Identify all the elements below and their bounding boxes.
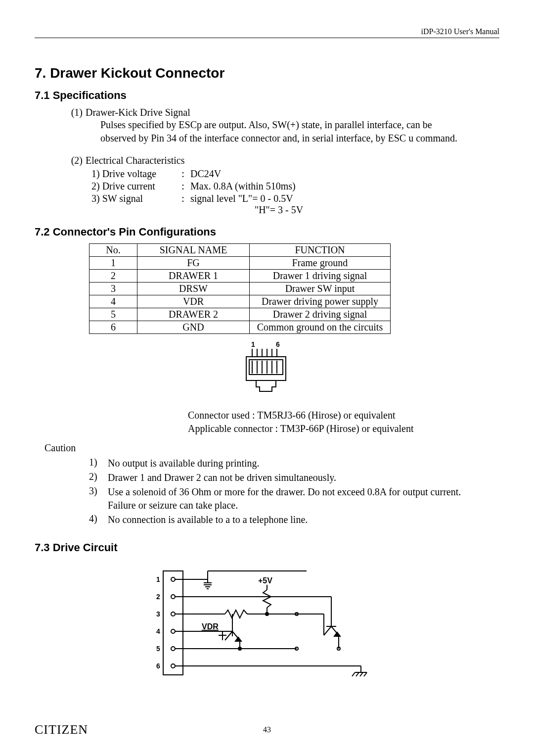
pin-configuration-table: No. SIGNAL NAME FUNCTION 1FGFrame ground… (89, 243, 391, 334)
pin-num: 6 (156, 662, 160, 670)
caution-block: Caution 1) No output is available during… (35, 442, 499, 526)
caution-item: 3) Use a solenoid of 36 Ohm or more for … (89, 485, 499, 512)
subsection-7-3-title: 7.3 Drive Circuit (35, 541, 499, 554)
pin-num: 1 (156, 575, 160, 583)
caution-list: 1) No output is available during printin… (89, 457, 499, 526)
page-footer: CITIZEN 43 (35, 722, 499, 737)
manual-title: iDP-3210 User's Manual (35, 27, 499, 36)
spec-item-1: (1) Drawer-Kick Drive Signal Pulses spec… (62, 107, 499, 145)
page-number: 43 (35, 725, 499, 734)
drive-circuit-icon: 1 2 3 4 5 6 (148, 561, 386, 690)
connector-notes: Connector used : TM5RJ3-66 (Hirose) or e… (188, 409, 499, 435)
svg-rect-14 (163, 571, 183, 675)
table-row: 4VDRDrawer driving power supply (89, 295, 391, 308)
char-value-extra: "H"= 3 - 5V (190, 204, 499, 216)
caution-label: Caution (44, 442, 499, 454)
spec1-num: (1) (62, 107, 86, 145)
svg-point-19 (171, 647, 175, 651)
svg-point-33 (266, 613, 268, 615)
th-no: No. (89, 244, 137, 257)
electrical-characteristics-list: 1) Drive voltage : DC24V 2) Drive curren… (91, 168, 499, 216)
subsection-7-2-title: 7.2 Connector's Pin Configurations (35, 226, 499, 238)
subsection-7-1-title: 7.1 Specifications (35, 89, 499, 102)
pin-num: 3 (156, 610, 160, 618)
caution-item: 2) Drawer 1 and Drawer 2 can not be driv… (89, 471, 499, 484)
svg-point-20 (171, 664, 175, 668)
spec2-num: (2) (62, 155, 86, 166)
spec2-label: Electrical Characteristics (86, 155, 499, 166)
table-row: 1FGFrame ground (89, 257, 391, 270)
char-value: DC24V (190, 168, 499, 180)
svg-rect-7 (249, 360, 283, 375)
table-row: 5DRAWER 2Drawer 2 driving signal (89, 308, 391, 321)
section-title: 7. Drawer Kickout Connector (35, 65, 499, 81)
char-label: 1) Drive voltage (91, 168, 176, 180)
svg-line-58 (352, 672, 355, 676)
connector-used: Connector used : TM5RJ3-66 (Hirose) or e… (188, 409, 499, 422)
pin-num: 5 (156, 645, 160, 653)
svg-line-61 (364, 672, 367, 676)
svg-point-16 (171, 595, 175, 599)
char-row: 3) SW signal : signal level "L"= 0 - 0.5… (91, 193, 499, 216)
table-row: 3DRSWDrawer SW input (89, 283, 391, 295)
drive-circuit-diagram: 1 2 3 4 5 6 (35, 561, 499, 692)
svg-marker-49 (235, 637, 241, 641)
th-signal: SIGNAL NAME (137, 244, 250, 257)
char-value: signal level "L"= 0 - 0.5V (190, 193, 499, 204)
char-label: 3) SW signal (91, 193, 176, 216)
caution-item: 4) No connection is available to a to a … (89, 513, 499, 526)
label-5v: +5V (258, 576, 272, 585)
rj-connector-icon: 1 6 (237, 340, 297, 404)
label-vdr: VDR (202, 622, 219, 631)
svg-line-38 (324, 626, 331, 635)
table-row: 2DRAWER 1Drawer 1 driving signal (89, 270, 391, 283)
char-row: 1) Drive voltage : DC24V (91, 168, 499, 180)
spec-item-2: (2) Electrical Characteristics 1) Drive … (62, 155, 499, 216)
svg-point-53 (238, 647, 241, 650)
caution-item: 1) No output is available during printin… (89, 457, 499, 470)
spec1-label: Drawer-Kick Drive Signal (86, 107, 499, 118)
th-function: FUNCTION (250, 244, 391, 257)
page: iDP-3210 User's Manual 7. Drawer Kickout… (0, 0, 534, 756)
pin-num: 4 (156, 627, 160, 635)
svg-line-60 (360, 672, 363, 676)
table-row: 6GNDCommon ground on the circuits (89, 321, 391, 334)
colon: : (176, 193, 190, 216)
connector-diagram: 1 6 (35, 340, 499, 407)
colon: : (176, 181, 190, 192)
svg-point-17 (171, 612, 175, 616)
colon: : (176, 168, 190, 180)
svg-line-59 (356, 672, 359, 676)
spec1-line1: Pulses specified by ESCp are output. Als… (100, 118, 499, 132)
svg-marker-40 (334, 632, 340, 636)
pin-num: 2 (156, 593, 160, 601)
header-rule (35, 38, 499, 38)
pin-label-1: 1 (251, 340, 255, 348)
char-row: 2) Drive current : Max. 0.8A (within 510… (91, 181, 499, 192)
char-value: Max. 0.8A (within 510ms) (190, 181, 499, 192)
page-header: iDP-3210 User's Manual (35, 27, 499, 38)
applicable-connector: Applicable connector : TM3P-66P (Hirose)… (188, 422, 499, 435)
char-label: 2) Drive current (91, 181, 176, 192)
spec1-line2: observed by Pin 34 of the interface conn… (100, 132, 499, 145)
pin-label-6: 6 (276, 340, 280, 348)
svg-point-15 (171, 577, 175, 581)
svg-point-18 (171, 629, 175, 633)
table-header-row: No. SIGNAL NAME FUNCTION (89, 244, 391, 257)
